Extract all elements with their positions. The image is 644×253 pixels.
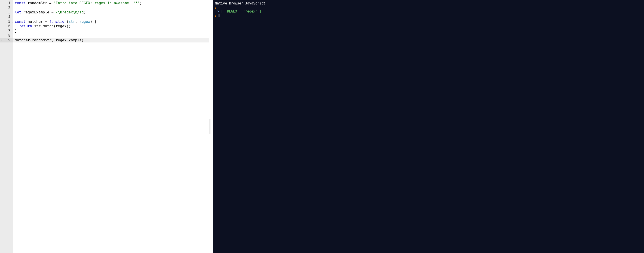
console-title: Native Browser JavaScript [215,1,642,5]
line-number-gutter: 1 2 3 4 5▾ 6 7 8 i9 [0,0,13,253]
editor-pane: 1 2 3 4 5▾ 6 7 8 i9 const randomStr = 'I… [0,0,209,253]
console-pane[interactable]: Native Browser JavaScript ❯ => [ 'REGEX'… [213,0,644,253]
code-line-4[interactable] [15,15,209,19]
pane-divider[interactable] [209,0,213,253]
prompt-icon: ❯ [215,14,216,17]
gutter-line-8[interactable]: 8 [0,33,13,38]
gutter-line-7[interactable]: 7 [0,29,13,33]
gutter-line-3[interactable]: 3 [0,10,13,15]
console-prompt-1: ❯ [215,5,642,9]
gutter-line-5[interactable]: 5▾ [0,19,13,24]
editor-cursor [84,38,84,42]
code-line-3[interactable]: let regexExample = /\bregex\b/ig; [15,10,209,15]
info-icon[interactable]: i [1,38,2,43]
code-line-1[interactable]: const randomStr = 'Intro into REGEX: reg… [15,1,209,5]
console-result: => [ 'REGEX', 'regex' ] [215,9,642,13]
console-cursor [218,14,220,17]
prompt-icon: ❯ [215,6,216,9]
code-line-5[interactable]: const matcher = function(str, regex) { [15,19,209,24]
gutter-line-1[interactable]: 1 [0,1,13,5]
console-prompt-2[interactable]: ❯ [215,13,642,17]
code-line-8[interactable] [15,33,209,38]
code-line-7[interactable]: }; [15,29,209,33]
code-editor[interactable]: const randomStr = 'Intro into REGEX: reg… [13,0,209,253]
gutter-line-2[interactable]: 2 [0,5,13,10]
code-line-2[interactable] [15,5,209,10]
code-line-9[interactable]: matcher(randomStr, regexExample) [13,38,209,43]
gutter-line-9[interactable]: i9 [0,38,13,43]
code-line-6[interactable]: return str.match(regex); [15,24,209,29]
gutter-line-6[interactable]: 6 [0,24,13,29]
gutter-line-4[interactable]: 4 [0,15,13,19]
